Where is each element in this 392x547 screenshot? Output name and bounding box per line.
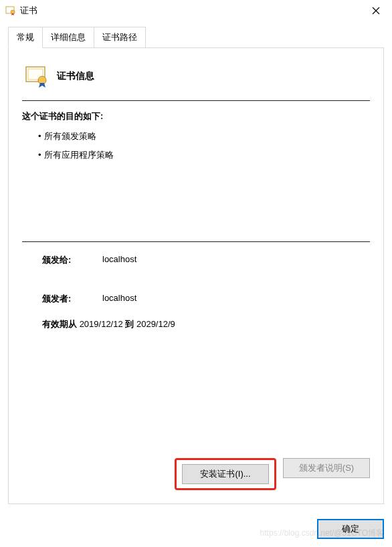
validity-row: 有效期从 2019/12/12 到 2029/12/9 [22,318,370,330]
dialog-footer: 确定 [0,512,392,547]
purposes-heading: 这个证书的目的如下: [22,110,370,122]
cert-details: 颁发给: localhost 颁发者: localhost [22,254,370,318]
highlight-box: 安装证书(I)... [175,458,276,490]
divider [22,100,370,101]
titlebar-left: 证书 [5,5,37,17]
close-icon [372,7,380,15]
titlebar: 证书 [0,0,392,21]
issued-by-label: 颁发者: [42,293,102,305]
purpose-item: 所有颁发策略 [38,130,370,142]
panel-buttons: 安装证书(I)... 颁发者说明(S) [22,451,370,490]
purpose-item: 所有应用程序策略 [38,149,370,161]
tab-details[interactable]: 详细信息 [42,27,94,48]
issuer-statement-button: 颁发者说明(S) [283,458,370,478]
cert-info-title: 证书信息 [57,70,94,82]
close-button[interactable] [363,1,389,20]
divider [22,241,370,242]
certificate-icon [5,5,16,16]
ok-button[interactable]: 确定 [317,519,384,539]
certificate-large-icon [25,64,49,88]
purposes-list: 所有颁发策略 所有应用程序策略 [22,130,370,168]
issued-to-label: 颁发给: [42,254,102,266]
validity-from-label: 有效期从 [42,319,77,329]
tab-certpath[interactable]: 证书路径 [94,27,146,48]
dialog-content: 常规 详细信息 证书路径 证书信息 这个证书的目的如下: 所有颁发 [0,21,392,512]
issued-by-row: 颁发者: localhost [42,293,370,305]
issued-to-value: localhost [102,254,136,266]
tab-general[interactable]: 常规 [8,27,43,48]
validity-to-value: 2029/12/9 [136,319,175,329]
install-certificate-button[interactable]: 安装证书(I)... [182,464,269,484]
tab-bar: 常规 详细信息 证书路径 [8,27,384,48]
certificate-dialog: 证书 常规 详细信息 证书路径 [0,0,392,547]
issued-to-row: 颁发给: localhost [42,254,370,266]
validity-from-value: 2019/12/12 [80,319,123,329]
cert-header: 证书信息 [22,64,370,88]
tab-panel-general: 证书信息 这个证书的目的如下: 所有颁发策略 所有应用程序策略 颁发给: loc… [8,47,384,504]
window-title: 证书 [20,5,37,17]
validity-to-label: 到 [125,319,134,329]
issued-by-value: localhost [102,293,136,305]
